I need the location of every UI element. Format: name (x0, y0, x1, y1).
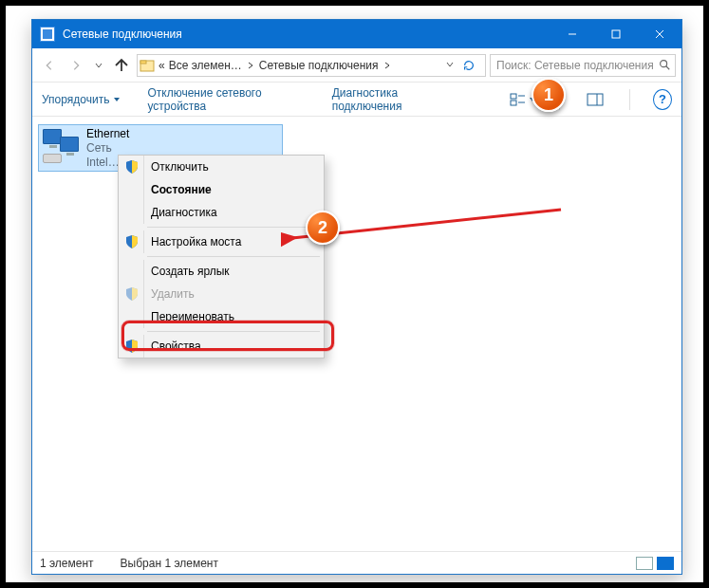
address-dropdown-icon[interactable] (445, 59, 455, 72)
ctx-disable[interactable]: Отключить (119, 156, 324, 178)
nav-back-button[interactable] (38, 54, 61, 77)
view-tiles-button[interactable] (657, 557, 674, 570)
svg-rect-9 (511, 101, 516, 105)
view-mode-buttons (636, 557, 674, 570)
annotation-callout-2: 2 (306, 211, 340, 245)
menu-separator (147, 331, 320, 332)
breadcrumb-prefix: « (159, 59, 165, 72)
status-bar: 1 элемент Выбран 1 элемент (32, 551, 681, 574)
breadcrumb-item[interactable]: Сетевые подключения (259, 59, 379, 72)
ctx-bridge[interactable]: Настройка моста (119, 230, 324, 253)
maximize-button[interactable] (594, 20, 638, 48)
help-button[interactable]: ? (653, 89, 672, 110)
annotation-callout-1: 1 (532, 78, 566, 112)
uac-shield-icon (124, 234, 140, 249)
menu-separator (147, 227, 320, 228)
dropdown-arrow-icon (113, 96, 121, 103)
search-icon (658, 58, 671, 74)
address-bar[interactable]: « Все элемен… Сетевые подключения (137, 54, 486, 77)
titlebar: Сетевые подключения (32, 20, 681, 48)
ctx-diagnose[interactable]: Диагностика (119, 201, 324, 224)
ctx-delete: Удалить (119, 283, 324, 305)
minimize-button[interactable] (550, 20, 594, 48)
control-panel-icon (40, 27, 55, 42)
window-controls (550, 20, 681, 48)
svg-rect-5 (140, 61, 146, 64)
nav-up-button[interactable] (110, 54, 133, 77)
view-details-button[interactable] (636, 557, 653, 570)
svg-rect-1 (612, 30, 620, 38)
navigation-bar: « Все элемен… Сетевые подключения Поиск:… (32, 48, 681, 83)
svg-rect-8 (511, 94, 516, 99)
chevron-right-icon[interactable] (382, 62, 392, 69)
adapter-name: Ethernet (86, 127, 129, 141)
explorer-window: Сетевые подключения « Все элемен… Сетевы… (31, 19, 682, 575)
ctx-status[interactable]: Состояние (119, 178, 324, 201)
nav-history-dropdown[interactable] (91, 54, 106, 77)
close-button[interactable] (638, 20, 681, 48)
ctx-properties[interactable]: Свойства (119, 335, 324, 358)
search-box[interactable]: Поиск: Сетевые подключения (490, 54, 676, 77)
content-area: Ethernet Сеть Intel… Отключить Состояние… (32, 117, 681, 551)
svg-line-7 (666, 65, 670, 69)
chevron-right-icon[interactable] (246, 62, 255, 69)
ctx-rename[interactable]: Переименовать (119, 305, 324, 328)
organize-menu[interactable]: Упорядочить (42, 93, 121, 106)
uac-shield-icon (124, 159, 140, 175)
ethernet-adapter-icon (43, 129, 81, 167)
nav-forward-button[interactable] (65, 54, 87, 77)
item-count: 1 элемент (40, 557, 94, 570)
search-placeholder: Поиск: Сетевые подключения (496, 59, 654, 72)
svg-rect-12 (588, 94, 603, 105)
command-bar: Упорядочить Отключение сетевого устройст… (32, 83, 681, 117)
uac-shield-icon (124, 339, 140, 354)
disable-device-button[interactable]: Отключение сетевого устройства (147, 86, 305, 113)
uac-shield-icon (124, 286, 140, 302)
refresh-button[interactable] (458, 55, 479, 76)
ctx-create-shortcut[interactable]: Создать ярлык (119, 260, 324, 283)
svg-point-6 (661, 60, 667, 66)
selection-count: Выбран 1 элемент (121, 557, 218, 570)
screenshot-frame: Сетевые подключения « Все элемен… Сетевы… (0, 0, 709, 588)
breadcrumb-item[interactable]: Все элемен… (169, 59, 242, 72)
context-menu: Отключить Состояние Диагностика Настройк… (118, 155, 325, 358)
location-icon (140, 58, 155, 73)
preview-pane-button[interactable] (583, 89, 606, 110)
menu-separator (147, 256, 320, 257)
window-title: Сетевые подключения (63, 28, 550, 41)
diagnose-button[interactable]: Диагностика подключения (332, 86, 457, 113)
adapter-network: Сеть (86, 141, 129, 156)
